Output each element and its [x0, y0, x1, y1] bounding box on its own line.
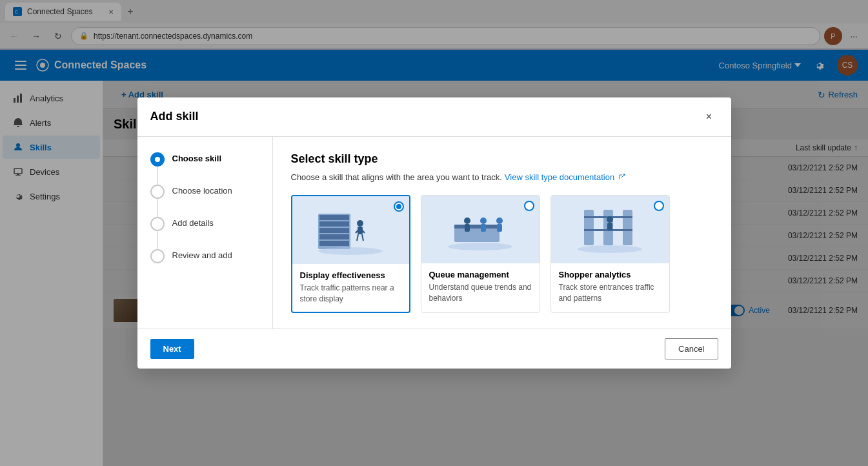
svg-point-32 — [480, 218, 487, 224]
svg-rect-18 — [319, 228, 349, 233]
content-title: Select skill type — [291, 152, 713, 166]
svg-rect-39 — [623, 210, 632, 245]
step-3-circle — [150, 217, 165, 231]
next-button[interactable]: Next — [150, 339, 194, 359]
svg-point-36 — [448, 243, 512, 250]
step-connector-3 — [157, 231, 158, 249]
modal-content: Select skill type Choose a skill that al… — [273, 137, 731, 329]
step-4-label: Review and add — [172, 249, 232, 260]
skill-cards: Display effectiveness Track traffic patt… — [291, 195, 713, 314]
svg-rect-43 — [607, 223, 612, 230]
display-effectiveness-image — [292, 196, 409, 264]
cancel-button[interactable]: Cancel — [665, 338, 718, 360]
svg-point-44 — [578, 245, 642, 253]
modal-header: Add skill × — [137, 97, 731, 137]
svg-rect-20 — [319, 241, 349, 246]
display-effectiveness-info: Display effectiveness Track traffic patt… — [292, 264, 409, 312]
svg-point-42 — [607, 216, 613, 223]
shopper-analytics-radio[interactable] — [654, 201, 664, 211]
svg-point-27 — [318, 247, 383, 255]
external-link-icon — [619, 174, 625, 180]
svg-point-34 — [496, 218, 503, 224]
shopper-analytics-info: Shopper analytics Track store entrances … — [551, 263, 669, 312]
svg-rect-29 — [454, 225, 500, 228]
svg-line-25 — [357, 234, 358, 241]
modal-overlay: Add skill × Choose skill Choose location — [0, 0, 868, 466]
modal-steps: Choose skill Choose location Add details… — [137, 137, 273, 329]
step-1: Choose skill — [150, 152, 259, 167]
shopper-analytics-name: Shopper analytics — [559, 270, 661, 279]
display-effectiveness-name: Display effectiveness — [300, 270, 401, 280]
queue-management-desc: Understand queue trends and behaviors — [429, 282, 532, 304]
shopper-analytics-card[interactable]: Shopper analytics Track store entrances … — [550, 195, 670, 314]
step-2-label: Choose location — [172, 185, 232, 196]
svg-point-21 — [357, 220, 363, 227]
step-2: Choose location — [150, 185, 259, 199]
shopper-analytics-image — [551, 196, 669, 263]
content-desc: Choose a skill that aligns with the area… — [291, 172, 713, 182]
queue-management-radio[interactable] — [524, 201, 534, 211]
queue-management-info: Queue management Understand queue trends… — [421, 263, 540, 312]
svg-point-30 — [464, 218, 470, 224]
queue-management-name: Queue management — [429, 270, 532, 279]
svg-rect-19 — [319, 234, 349, 239]
svg-point-14 — [155, 157, 160, 162]
step-3-label: Add details — [172, 217, 214, 228]
step-4-circle — [150, 249, 165, 263]
svg-rect-33 — [481, 224, 486, 232]
step-3: Add details — [150, 217, 259, 231]
step-1-circle — [150, 152, 165, 167]
skill-type-doc-link[interactable]: View skill type documentation — [505, 172, 625, 182]
check-icon — [154, 156, 161, 163]
svg-rect-31 — [465, 224, 470, 232]
display-effectiveness-radio[interactable] — [394, 201, 404, 212]
queue-management-image — [421, 196, 540, 263]
step-connector-2 — [157, 199, 158, 217]
svg-rect-35 — [497, 224, 502, 232]
modal-footer: Next Cancel — [137, 329, 731, 369]
svg-rect-16 — [319, 215, 349, 220]
step-connector-1 — [157, 167, 158, 185]
display-effectiveness-desc: Track traffic patterns near a store disp… — [300, 283, 401, 305]
svg-rect-17 — [319, 221, 349, 227]
step-1-label: Choose skill — [172, 152, 222, 163]
display-effectiveness-card[interactable]: Display effectiveness Track traffic patt… — [291, 195, 410, 314]
queue-management-card[interactable]: Queue management Understand queue trends… — [421, 195, 540, 314]
add-skill-modal: Add skill × Choose skill Choose location — [137, 97, 731, 369]
step-2-circle — [150, 185, 165, 199]
svg-line-26 — [362, 234, 363, 241]
modal-title: Add skill — [150, 110, 199, 123]
modal-body: Choose skill Choose location Add details… — [137, 137, 731, 329]
shopper-analytics-desc: Track store entrances traffic and patter… — [559, 282, 661, 304]
step-4: Review and add — [150, 249, 259, 263]
modal-close-button[interactable]: × — [700, 108, 718, 126]
svg-rect-37 — [584, 210, 594, 245]
